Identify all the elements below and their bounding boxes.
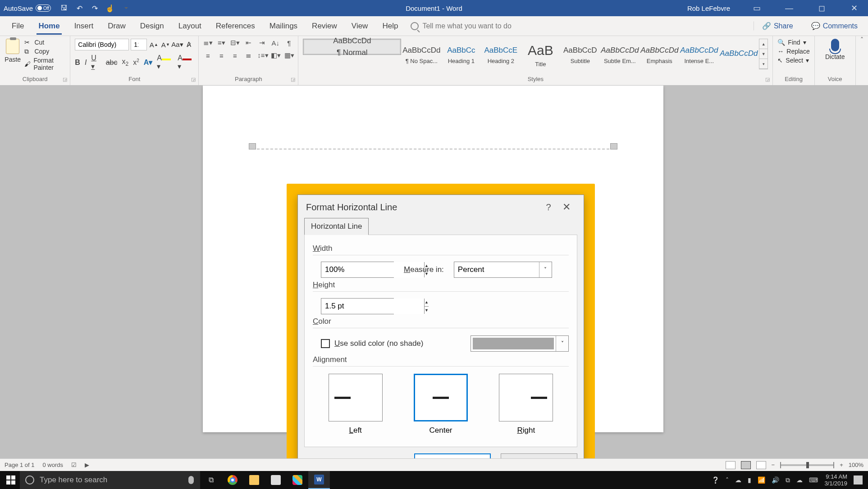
height-spinner[interactable]: ▲▼ xyxy=(321,298,394,314)
line-spacing-icon[interactable]: ↕≡▾ xyxy=(257,51,266,59)
tray-chevron-icon[interactable]: ˄ xyxy=(726,476,729,484)
cut-button[interactable]: ✂Cut xyxy=(24,39,65,46)
onedrive-icon[interactable]: ☁ xyxy=(735,476,741,484)
page-indicator[interactable]: Page 1 of 1 xyxy=(5,462,35,468)
superscript-button[interactable]: x2 xyxy=(133,58,139,67)
color-select[interactable]: ˅ xyxy=(471,335,569,352)
zoom-slider[interactable] xyxy=(780,464,834,466)
word-count[interactable]: 0 words xyxy=(43,462,64,468)
document-area[interactable]: Format Horizontal Line ? ✕ Horizontal Li… xyxy=(0,86,868,465)
increase-indent-icon[interactable]: ⇥ xyxy=(257,39,266,47)
style-tile[interactable]: AaBbCcDd xyxy=(719,39,758,69)
styles-more-icon[interactable]: ▾ xyxy=(759,59,767,69)
style-tile[interactable]: AaBbCcDdIntense E... xyxy=(680,39,718,69)
task-view-icon[interactable]: ⧉ xyxy=(200,471,222,489)
autosave-switch[interactable]: Off xyxy=(36,5,51,12)
format-painter-button[interactable]: 🖌Format Painter xyxy=(24,57,65,71)
macro-icon[interactable]: ▶ xyxy=(85,462,89,468)
style-tile[interactable]: AaBbCcDdSubtle Em... xyxy=(600,39,639,69)
chevron-down-icon[interactable]: ˅ xyxy=(539,262,552,277)
font-name-select[interactable] xyxy=(75,39,129,50)
tab-layout[interactable]: Layout xyxy=(171,16,209,36)
measure-select[interactable]: Percent ˅ xyxy=(454,262,552,278)
style-tile[interactable]: AaBbCcHeading 1 xyxy=(442,39,480,69)
select-button[interactable]: ↖Select ▾ xyxy=(777,57,809,64)
redo-icon[interactable]: ↷ xyxy=(91,4,99,12)
touch-mode-icon[interactable]: ☝ xyxy=(106,4,114,12)
print-layout-icon[interactable] xyxy=(741,461,751,469)
clear-formatting-icon[interactable]: A̷ xyxy=(184,40,194,50)
align-left-option[interactable] xyxy=(329,374,383,421)
style-tile[interactable]: AaBbCcDdEmphasis xyxy=(640,39,679,69)
keyboard-icon[interactable]: ⌨ xyxy=(809,476,818,484)
align-right-option[interactable] xyxy=(499,374,553,421)
align-center-option[interactable] xyxy=(414,374,468,421)
spin-up-icon[interactable]: ▲ xyxy=(425,299,429,307)
text-effects-button[interactable]: A▾ xyxy=(144,58,153,67)
maximize-icon[interactable]: ◻ xyxy=(811,3,832,13)
height-input[interactable] xyxy=(321,299,424,314)
style-tile[interactable]: AaBbCcDd¶ No Spac... xyxy=(402,39,441,69)
show-marks-icon[interactable]: ¶ xyxy=(284,39,293,47)
scroll-down-icon[interactable]: ▼ xyxy=(759,49,767,59)
dictate-button[interactable]: Dictate xyxy=(819,39,851,60)
help-tray-icon[interactable]: ❔ xyxy=(712,476,719,484)
replace-button[interactable]: ↔Replace xyxy=(777,48,809,55)
comments-button[interactable]: 💬Comments xyxy=(806,21,863,31)
tab-view[interactable]: View xyxy=(344,16,375,36)
undo-icon[interactable]: ↶ xyxy=(75,4,83,12)
web-layout-icon[interactable] xyxy=(756,461,766,469)
dialog-launcher-icon[interactable]: ◲ xyxy=(63,77,67,82)
spell-check-icon[interactable]: ☑ xyxy=(71,462,77,468)
numbering-icon[interactable]: ≡▾ xyxy=(217,39,226,47)
chevron-down-icon[interactable]: ˅ xyxy=(556,336,568,351)
tab-insert[interactable]: Insert xyxy=(67,16,101,36)
dropbox-icon[interactable]: ⧉ xyxy=(786,476,790,484)
clock[interactable]: 9:14 AM 3/1/2019 xyxy=(824,473,847,487)
ruler-marker-left[interactable] xyxy=(249,143,256,149)
change-case-icon[interactable]: Aa▾ xyxy=(172,40,182,50)
multilevel-icon[interactable]: ⊟▾ xyxy=(230,39,239,47)
grow-font-icon[interactable]: A▲ xyxy=(149,40,159,50)
style-tile[interactable]: AaBTitle xyxy=(521,39,560,69)
width-spinner[interactable]: ▲▼ xyxy=(321,262,394,278)
style-tile[interactable]: AaBbCcDd¶ Normal xyxy=(303,39,401,55)
find-button[interactable]: 🔍Find ▾ xyxy=(777,39,809,46)
italic-button[interactable]: I xyxy=(85,59,87,67)
spin-down-icon[interactable]: ▼ xyxy=(425,307,429,314)
chrome-icon[interactable] xyxy=(222,471,243,489)
qat-more-icon[interactable] xyxy=(121,4,129,12)
bullets-icon[interactable]: ≣▾ xyxy=(203,39,212,47)
tab-help[interactable]: Help xyxy=(375,16,405,36)
solid-color-checkbox[interactable] xyxy=(321,339,330,348)
close-window-icon[interactable]: ✕ xyxy=(844,3,864,13)
ruler-marker-right[interactable] xyxy=(610,143,617,149)
zoom-level[interactable]: 100% xyxy=(849,462,863,468)
sort-icon[interactable]: A↓ xyxy=(271,39,280,47)
horizontal-rule[interactable] xyxy=(257,149,609,149)
shrink-font-icon[interactable]: A▼ xyxy=(160,40,170,50)
wifi-icon[interactable]: 📶 xyxy=(758,476,765,484)
align-right-icon[interactable]: ≡ xyxy=(230,52,239,59)
file-explorer-icon[interactable] xyxy=(243,471,265,489)
tell-me-search[interactable]: Tell me what you want to do xyxy=(411,16,511,36)
tab-design[interactable]: Design xyxy=(133,16,171,36)
dialog-launcher-icon[interactable]: ◲ xyxy=(191,77,196,82)
decrease-indent-icon[interactable]: ⇤ xyxy=(244,39,253,47)
styles-scroll[interactable]: ▲▼▾ xyxy=(759,39,768,69)
word-taskbar-icon[interactable] xyxy=(308,471,330,489)
strikethrough-button[interactable]: abc xyxy=(106,59,118,67)
tab-file[interactable]: File xyxy=(5,16,31,36)
taskbar-search[interactable]: Type here to search xyxy=(20,471,200,489)
battery-icon[interactable]: ▮ xyxy=(748,476,751,484)
user-name[interactable]: Rob LeFebvre xyxy=(687,5,730,12)
font-color-button[interactable]: A▾ xyxy=(178,54,194,71)
style-tile[interactable]: AaBbCcDSubtitle xyxy=(561,39,599,69)
store-icon[interactable] xyxy=(265,471,287,489)
borders-icon[interactable]: ▦▾ xyxy=(284,51,293,59)
dialog-launcher-icon[interactable]: ◲ xyxy=(291,77,295,82)
tab-draw[interactable]: Draw xyxy=(101,16,133,36)
zoom-in-icon[interactable]: + xyxy=(840,462,843,468)
tab-home[interactable]: Home xyxy=(31,16,67,36)
autosave-toggle[interactable]: AutoSave Off xyxy=(4,5,51,12)
